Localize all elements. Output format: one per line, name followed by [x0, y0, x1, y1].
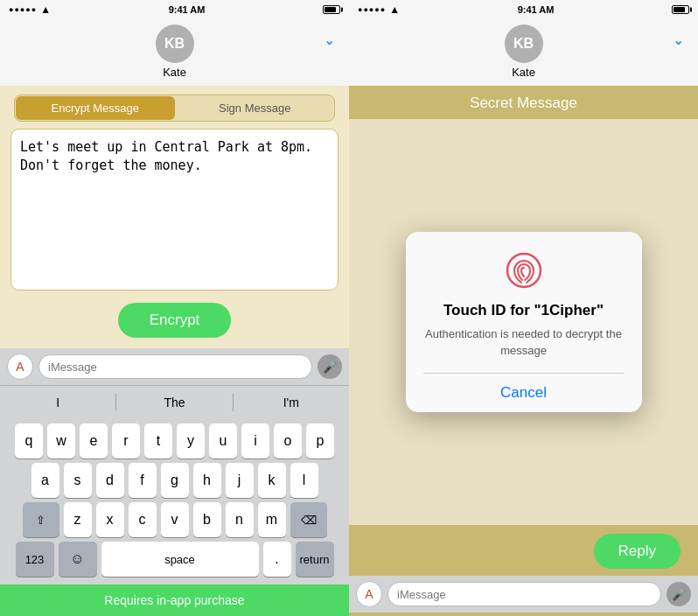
- key-123[interactable]: 123: [16, 542, 54, 577]
- encrypt-button[interactable]: Encrypt: [118, 303, 232, 338]
- encrypt-message-tab[interactable]: Encrypt Message: [16, 96, 175, 120]
- key-w[interactable]: w: [47, 424, 75, 458]
- sign-message-tab[interactable]: Sign Message: [176, 95, 335, 121]
- key-space[interactable]: space: [101, 542, 259, 577]
- key-l[interactable]: l: [290, 463, 318, 498]
- key-g[interactable]: g: [161, 463, 189, 498]
- key-r[interactable]: r: [112, 424, 140, 458]
- delete-key[interactable]: ⌫: [290, 502, 327, 537]
- avatar: KB: [156, 24, 194, 63]
- key-o[interactable]: o: [274, 424, 302, 458]
- right-app-switcher-button[interactable]: A: [356, 581, 382, 607]
- secret-message-label: Secret Message: [470, 94, 577, 111]
- key-j[interactable]: j: [226, 463, 254, 498]
- svg-point-0: [507, 254, 541, 287]
- key-t[interactable]: t: [144, 424, 172, 458]
- key-f[interactable]: f: [129, 463, 157, 498]
- fingerprint-svg: [506, 252, 542, 289]
- right-phone-panel: ●●●●● ▲ 9:41 AM KB Kate ⌄ Secret Message: [349, 0, 698, 616]
- left-chat-header: KB Kate ⌄: [0, 19, 349, 86]
- key-emoji[interactable]: ☺: [59, 542, 97, 577]
- key-p[interactable]: p: [306, 424, 334, 458]
- right-mic-button[interactable]: 🎤: [667, 582, 691, 606]
- wifi-icon: ▲: [40, 4, 51, 16]
- keyboard: q w e r t y u i o p a s d f g h j k l ⇧ …: [0, 418, 349, 584]
- pred-item-1[interactable]: I: [0, 396, 115, 410]
- key-period[interactable]: .: [263, 542, 291, 577]
- right-message-area: Touch ID for "1Cipher" Authentication is…: [349, 119, 698, 525]
- key-u[interactable]: u: [209, 424, 237, 458]
- right-imessage-input[interactable]: [387, 582, 661, 606]
- secret-message-header: Secret Message: [349, 86, 698, 119]
- status-left: ●●●●● ▲: [9, 4, 51, 16]
- key-s[interactable]: s: [64, 463, 92, 498]
- key-d[interactable]: d: [96, 463, 124, 498]
- predictive-bar: I The I'm: [0, 385, 349, 418]
- touch-id-subtitle: Authentication is needed to decrypt the …: [423, 326, 625, 358]
- right-contact-name: Kate: [512, 66, 535, 79]
- key-a[interactable]: a: [31, 463, 59, 498]
- key-c[interactable]: c: [129, 502, 157, 537]
- touch-id-dialog: Touch ID for "1Cipher" Authentication is…: [406, 232, 642, 411]
- right-wifi-icon: ▲: [389, 4, 400, 16]
- key-n[interactable]: n: [226, 502, 254, 537]
- signal-icon: ●●●●●: [9, 5, 37, 14]
- key-return[interactable]: return: [296, 542, 334, 577]
- right-bottom: Reply A 🎤: [349, 525, 698, 616]
- key-v[interactable]: v: [161, 502, 189, 537]
- fingerprint-icon: [503, 249, 545, 291]
- right-mic-icon: 🎤: [672, 588, 686, 601]
- left-main-content: Encrypt Message Sign Message Encrypt: [0, 86, 349, 348]
- mic-icon: 🎤: [323, 360, 337, 374]
- keyboard-row-4: 123 ☺ space . return: [3, 542, 346, 577]
- left-status-bar: ●●●●● ▲ 9:41 AM: [0, 0, 349, 19]
- contact-name: Kate: [163, 66, 186, 79]
- keyboard-row-3: ⇧ z x c v b n m ⌫: [3, 502, 346, 537]
- imessage-input[interactable]: [38, 354, 312, 379]
- keyboard-row-1: q w e r t y u i o p: [3, 424, 346, 458]
- key-i[interactable]: i: [241, 424, 269, 458]
- keyboard-row-2: a s d f g h j k l: [3, 463, 346, 498]
- left-phone-panel: ●●●●● ▲ 9:41 AM KB Kate ⌄ Encrypt Messag…: [0, 0, 349, 616]
- message-textarea[interactable]: [10, 129, 339, 290]
- key-h[interactable]: h: [193, 463, 221, 498]
- reply-button[interactable]: Reply: [594, 534, 681, 569]
- key-e[interactable]: e: [80, 424, 108, 458]
- banner-text: Requires in-app purchase: [104, 593, 244, 607]
- bottom-banner: Requires in-app purchase: [0, 584, 349, 616]
- pred-item-2[interactable]: The: [116, 396, 232, 410]
- app-switcher-button[interactable]: A: [7, 354, 33, 380]
- right-avatar: KB: [505, 24, 543, 63]
- battery-icon: [323, 5, 340, 14]
- segmented-control[interactable]: Encrypt Message Sign Message: [14, 94, 335, 122]
- mic-button[interactable]: 🎤: [318, 354, 342, 379]
- time-display: 9:41 AM: [169, 4, 206, 15]
- status-right: [323, 5, 340, 14]
- key-y[interactable]: y: [177, 424, 205, 458]
- app-icon: A: [16, 360, 24, 374]
- key-m[interactable]: m: [258, 502, 286, 537]
- right-status-right: [672, 5, 689, 14]
- chevron-down-icon[interactable]: ⌄: [324, 32, 335, 48]
- shift-key[interactable]: ⇧: [23, 502, 59, 537]
- right-chat-header: KB Kate ⌄: [349, 19, 698, 86]
- key-k[interactable]: k: [258, 463, 286, 498]
- right-app-icon: A: [365, 587, 373, 601]
- pred-item-3[interactable]: I'm: [234, 396, 349, 410]
- right-chevron-down-icon[interactable]: ⌄: [673, 32, 684, 48]
- left-imessage-bar: A 🎤: [0, 348, 349, 385]
- reply-button-wrap: Reply: [349, 525, 698, 576]
- cancel-button[interactable]: Cancel: [423, 374, 625, 412]
- key-b[interactable]: b: [193, 502, 221, 537]
- key-z[interactable]: z: [64, 502, 92, 537]
- right-signal-icon: ●●●●●: [358, 5, 386, 14]
- right-time-display: 9:41 AM: [518, 4, 555, 15]
- right-battery-icon: [672, 5, 689, 14]
- right-status-bar: ●●●●● ▲ 9:41 AM: [349, 0, 698, 19]
- right-status-left: ●●●●● ▲: [358, 4, 400, 16]
- encrypt-button-wrap: Encrypt: [0, 290, 349, 348]
- key-q[interactable]: q: [15, 424, 43, 458]
- key-x[interactable]: x: [96, 502, 124, 537]
- touch-id-title: Touch ID for "1Cipher": [443, 302, 604, 319]
- right-imessage-bar: A 🎤: [349, 576, 698, 612]
